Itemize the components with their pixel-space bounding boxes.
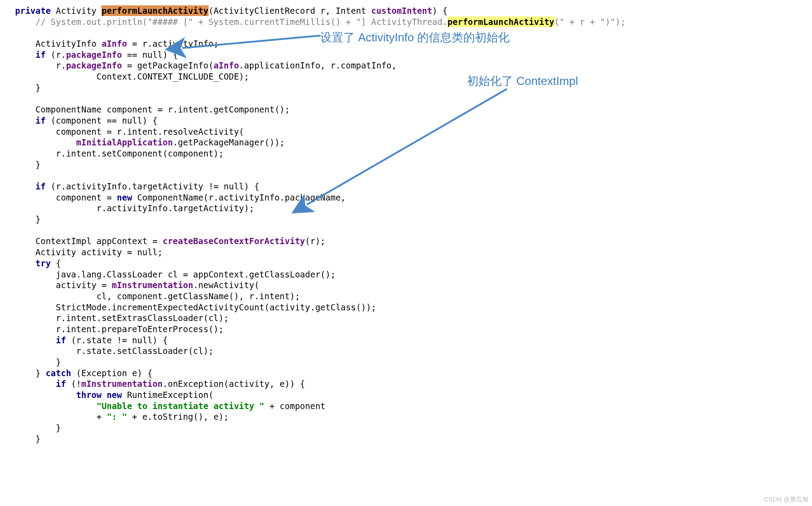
code-keyword: if [36,181,46,191]
code-token [15,335,56,345]
code-token: + component [265,401,326,411]
code-token: } [15,423,61,433]
code-keyword: try [36,258,51,268]
highlighted-method-orange: performLaunchActivity [101,5,208,16]
code-block: private Activity performLaunchActivity(A… [0,0,812,450]
code-token: .newActivity( [193,280,259,290]
code-token: } [15,214,40,224]
code-token: (r.activityInfo.targetActivity != null) … [46,181,259,191]
code-string: "Unable to instantiate activity " [96,401,265,411]
code-token: ) { [432,6,447,16]
code-keyword: if [36,116,46,125]
code-keyword: throw new [76,390,122,400]
code-keyword: if [36,50,46,60]
code-token: } [15,357,61,367]
code-token: (r); [305,236,326,246]
code-token: r.intent.setExtrasClassLoader(cl); [15,313,229,323]
code-token: + e.toString(), e); [127,412,229,422]
code-keyword: if [56,379,66,389]
code-field: createBaseContextForActivity [163,236,305,246]
code-field: mInstrumentation [81,379,163,389]
code-token: customIntent [371,6,432,16]
code-token [15,50,36,60]
code-token: (r. [46,50,66,60]
code-token [15,116,36,125]
highlighted-method-yellow: performLaunchActivity [447,16,554,27]
code-token: component = r.intent.resolveActivity( [15,127,244,137]
code-token: r.activityInfo.targetActivity); [15,203,254,213]
annotation-contextimpl: 初始化了 ContextImpl [467,74,578,89]
code-token: (component == null) { [46,116,158,125]
code-token: .onException(activity, e)) { [163,379,305,389]
code-token: = getPackageInfo( [122,60,213,70]
code-token: r.intent.prepareToEnterProcess(); [15,324,224,334]
code-token: (r.state != null) { [66,335,168,345]
code-token [15,401,96,411]
code-token: cl, component.getClassName(), r.intent); [15,291,300,301]
code-token: } [15,368,46,378]
code-token: ComponentName component = r.intent.getCo… [15,104,290,114]
code-string: ": " [107,412,127,422]
code-field: aInfo [101,39,127,48]
code-token: r. [15,60,66,70]
code-field: mInstrumentation [112,280,193,290]
code-token: r.state.setClassLoader(cl); [15,346,213,356]
code-token: private [15,6,51,16]
code-token [15,379,56,389]
code-comment: // System.out.println("##### [" + System… [15,17,447,27]
code-token: + [15,412,107,422]
code-token: component = [15,193,117,202]
code-field: mInitialApplication [76,137,173,147]
code-token: } [15,434,40,444]
code-token: Context.CONTEXT_INCLUDE_CODE); [15,72,249,81]
code-token: activity = [15,280,112,290]
code-token [15,258,36,268]
code-token: (ActivityClientRecord r, Intent [209,6,371,16]
code-token [15,181,36,191]
code-token: = r.activityInfo; [127,39,219,48]
code-token: (Exception e) { [71,368,153,378]
annotation-activityinfo: 设置了 ActivityInfo 的信息类的初始化 [320,30,510,45]
code-token: (! [66,379,81,389]
code-token: ContextImpl appContext = [15,236,163,246]
code-token [15,390,76,400]
code-keyword: new [117,193,132,202]
code-token: } [15,83,40,92]
code-field: packageInfo [66,50,122,60]
code-field: packageInfo [66,60,122,70]
code-token: Activity activity = null; [15,247,163,257]
code-field: aInfo [213,60,239,70]
code-token: RuntimeException( [122,390,213,400]
code-token: ComponentName(r.activityInfo.packageName… [132,193,346,202]
code-token: java.lang.ClassLoader cl = appContext.ge… [15,269,336,279]
code-comment: (" + r + ")"); [555,17,626,27]
code-token [15,137,76,147]
code-token: } [15,160,40,169]
code-token: r.intent.setComponent(component); [15,149,224,158]
code-token: == null) { [122,50,178,60]
code-token: .getPackageManager()); [173,137,285,147]
code-token: ActivityInfo [15,39,101,48]
code-token: Activity [51,6,101,16]
code-token: { [51,258,61,268]
code-token: .applicationInfo, r.compatInfo, [239,60,397,70]
code-keyword: catch [46,368,71,378]
code-keyword: if [56,335,66,345]
code-token: StrictMode.incrementExpectedActivityCoun… [15,302,376,312]
watermark: CSDN @景高旭 [764,495,808,503]
